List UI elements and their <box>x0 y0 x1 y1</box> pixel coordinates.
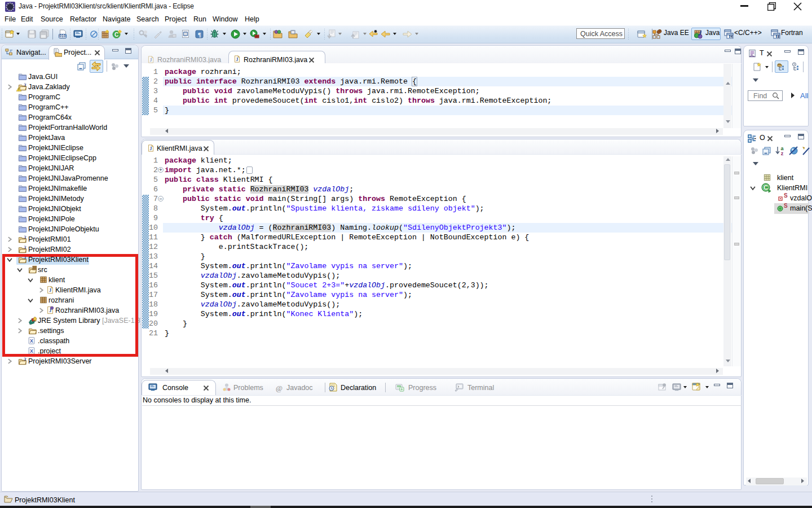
svg-text:C: C <box>764 184 768 191</box>
svg-text:C: C <box>114 32 118 38</box>
svg-text:C: C <box>730 35 732 38</box>
svg-text:z: z <box>781 151 784 156</box>
svg-text:010: 010 <box>59 34 66 38</box>
svg-text:¶: ¶ <box>198 31 201 38</box>
